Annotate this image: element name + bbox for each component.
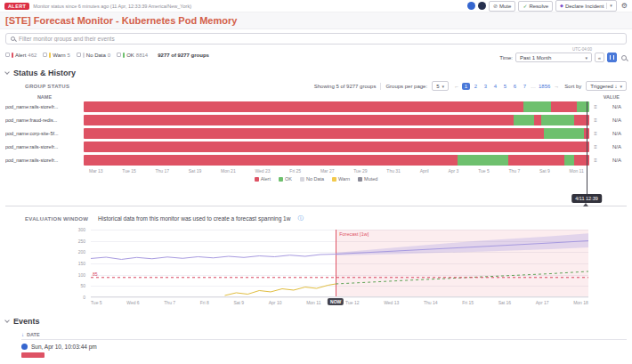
status-history-bar[interactable] xyxy=(84,155,589,166)
y-axis-label: 0 xyxy=(83,295,85,300)
time-scrubber[interactable] xyxy=(0,203,632,208)
status-swatch xyxy=(49,53,51,58)
checkbox[interactable] xyxy=(77,53,81,57)
checkbox[interactable] xyxy=(5,53,10,57)
info-icon[interactable]: ⓘ xyxy=(297,214,304,222)
gear-icon[interactable]: ⚙ xyxy=(621,2,628,10)
page-prev-button[interactable]: ← xyxy=(453,84,460,89)
events-table-body: Sun, Apr 10, 10:03:44 pm xyxy=(21,340,627,358)
legend-swatch xyxy=(358,177,362,182)
check-icon: ✓ xyxy=(523,4,527,9)
axis-tick-label: Tue 29 xyxy=(353,168,367,174)
chart-plot-area[interactable]: NOW Forecast [1w]85 xyxy=(91,230,588,297)
status-history-bar[interactable] xyxy=(84,128,589,139)
y-axis-label: 300 xyxy=(78,227,85,232)
page-next-button[interactable]: → xyxy=(553,84,560,89)
row-menu-icon[interactable]: ≡ xyxy=(589,158,602,163)
chevron-down-icon[interactable]: ▾ xyxy=(610,4,612,8)
group-name[interactable]: pod_name:rails-storefr... xyxy=(5,158,84,163)
status-history-bar[interactable] xyxy=(84,101,589,112)
status-legend: AlertOKNo DataWarnMuted xyxy=(5,176,627,182)
search-input[interactable] xyxy=(19,36,621,42)
page-button[interactable]: 6 xyxy=(511,83,519,90)
x-axis-label: Mon 11 xyxy=(306,300,320,305)
timeframe-select[interactable]: Past 1 Month ▾ xyxy=(515,53,592,62)
events-section-header[interactable]: Events xyxy=(0,311,632,328)
group-name[interactable]: pod_name:corp-site-5f... xyxy=(5,131,84,136)
page-button[interactable]: 1 xyxy=(462,83,470,90)
chevron-down-icon: ▾ xyxy=(585,55,587,61)
checkbox[interactable] xyxy=(117,53,121,57)
x-axis-label: Mon 18 xyxy=(573,300,588,305)
filter-no_data[interactable]: No Data0 xyxy=(77,53,110,58)
status-history-bar[interactable] xyxy=(84,142,589,152)
titlebar: [STE] Forecast Monitor - Kubernetes Pod … xyxy=(0,12,632,29)
status-history-section-header[interactable]: Status & History xyxy=(0,63,632,80)
status-segment xyxy=(458,155,508,166)
timeline-view-toggle[interactable] xyxy=(607,53,617,62)
legend-label: Warn xyxy=(338,176,350,182)
now-marker[interactable]: NOW xyxy=(328,298,344,305)
axis-tick-label: Fri 25 xyxy=(289,168,301,174)
groups-per-page-select[interactable]: 5 ▾ xyxy=(432,81,449,91)
forecast-chart: 050100150200250300 NOW Forecast [1w]85 T… xyxy=(0,230,632,311)
row-menu-icon[interactable]: ≡ xyxy=(589,117,602,123)
date-column-header: DATE xyxy=(27,332,40,337)
group-status-label: GROUP STATUS xyxy=(25,84,69,89)
notifications-avatar[interactable] xyxy=(467,2,475,10)
x-axis-label: Fri 15 xyxy=(462,300,474,305)
group-value: N/A xyxy=(602,158,627,163)
page-button[interactable]: 2 xyxy=(472,83,480,90)
events-table-header[interactable]: ↓ DATE xyxy=(21,330,627,340)
row-menu-icon[interactable]: ≡ xyxy=(589,131,602,136)
axis-tick-label: Wed 23 xyxy=(255,168,270,174)
search-row xyxy=(0,29,632,47)
status-swatch xyxy=(123,53,125,58)
user-avatar[interactable] xyxy=(478,2,486,10)
legend-swatch xyxy=(279,177,283,182)
group-value: N/A xyxy=(602,144,627,150)
legend-item: Muted xyxy=(358,176,377,182)
group-name[interactable]: pod_name:rails-storefr... xyxy=(5,144,84,150)
table-row: pod_name:fraud-redis...≡N/A xyxy=(5,115,627,125)
resolve-button[interactable]: ✓ Resolve xyxy=(518,1,553,12)
zoom-icon[interactable] xyxy=(621,55,627,61)
group-status-table-header: NAME VALUE xyxy=(0,93,632,100)
axis-tick-label: Tue 5 xyxy=(478,168,490,174)
pan-left-button[interactable]: « xyxy=(595,53,604,62)
group-name[interactable]: pod_name:fraud-redis... xyxy=(5,117,84,123)
filter-warn[interactable]: Warn5 xyxy=(43,53,69,58)
sort-select[interactable]: Triggered ↓ ▾ xyxy=(586,81,627,91)
declare-incident-button[interactable]: ◆ Declare Incident ▾ xyxy=(555,0,617,12)
page-button[interactable]: 1856 xyxy=(538,83,551,90)
chevron-down-icon xyxy=(4,69,10,75)
page-button[interactable]: 5 xyxy=(501,83,509,90)
page-button[interactable]: 7 xyxy=(521,83,529,90)
page-button[interactable]: 3 xyxy=(482,83,490,90)
search-box[interactable] xyxy=(5,33,627,44)
legend-swatch xyxy=(332,177,336,182)
scrubber-track[interactable] xyxy=(5,206,627,206)
row-menu-icon[interactable]: ≡ xyxy=(589,104,602,109)
filter-label: Warn xyxy=(53,53,65,58)
page-button[interactable]: 4 xyxy=(491,83,499,90)
legend-swatch xyxy=(255,177,259,182)
filter-ok[interactable]: OK8814 xyxy=(117,53,148,58)
topbar-actions: ⊘ Mute ✓ Resolve ◆ Declare Incident ▾ ⚙ xyxy=(467,0,628,12)
event-row[interactable]: Sun, Apr 10, 10:03:44 pm xyxy=(21,340,627,352)
axis-tick-label: Apr 3 xyxy=(448,168,458,174)
status-history-bar[interactable] xyxy=(84,115,589,125)
scrubber-handle[interactable] xyxy=(583,203,588,206)
sort-value: Triggered ↓ xyxy=(590,84,617,89)
legend-item: Warn xyxy=(332,176,350,182)
status-segment xyxy=(514,115,534,125)
filter-alert[interactable]: Alert462 xyxy=(5,53,36,58)
mute-button[interactable]: ⊘ Mute xyxy=(489,1,515,12)
checkbox[interactable] xyxy=(43,53,47,57)
row-menu-icon[interactable]: ≡ xyxy=(589,144,602,150)
x-axis-label: Apr 17 xyxy=(536,300,549,305)
x-axis-label: Fri 8 xyxy=(200,300,209,305)
axis-tick-label: Thu 31 xyxy=(386,168,401,174)
axis-tick-label: Mon 11 xyxy=(569,168,583,174)
group-name[interactable]: pod_name:rails-storefr... xyxy=(5,104,84,109)
